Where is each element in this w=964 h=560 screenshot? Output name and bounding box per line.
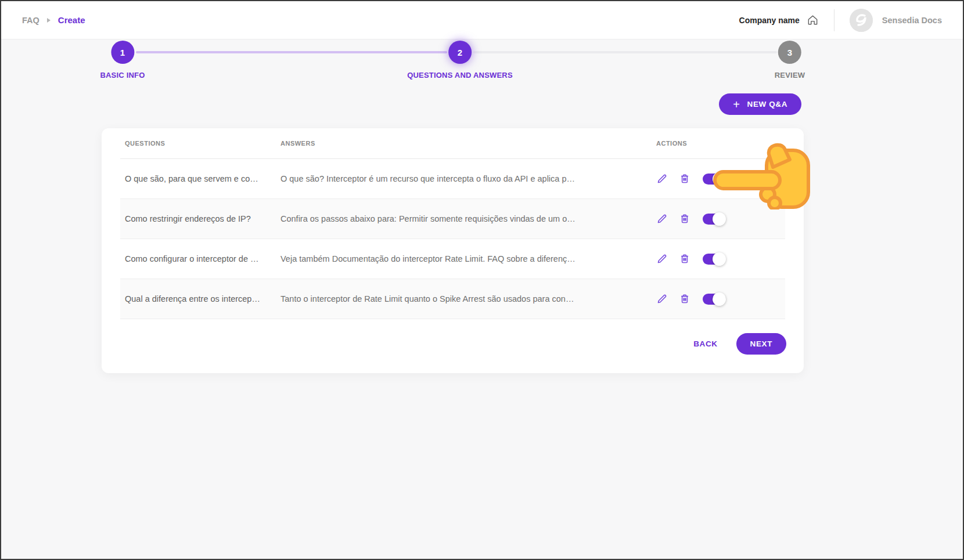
- plus-icon: +: [733, 99, 740, 110]
- app-window: FAQ Create Company name Sensedia Docs 1: [0, 0, 964, 560]
- chevron-right-icon: [46, 17, 51, 23]
- actions-cell: [652, 173, 785, 185]
- question-cell: Como configurar o interceptor de …: [120, 254, 276, 263]
- column-header-answers: ANSWERS: [276, 140, 652, 147]
- edit-icon[interactable]: [656, 293, 668, 305]
- breadcrumb-item-create: Create: [58, 15, 85, 25]
- table-header-row: QUESTIONS ANSWERS ACTIONS: [120, 128, 785, 159]
- step-review[interactable]: 3 REVIEW: [775, 41, 805, 80]
- actions-cell: [652, 293, 785, 305]
- step-label-3: REVIEW: [775, 71, 805, 80]
- header-divider: [834, 9, 834, 31]
- qa-card: QUESTIONS ANSWERS ACTIONS O que são, par…: [102, 128, 804, 373]
- breadcrumb: FAQ Create: [22, 15, 85, 25]
- step-circle-1[interactable]: 1: [111, 41, 134, 64]
- table-row: O que são, para que servem e co… O que s…: [120, 159, 785, 199]
- answer-cell: Confira os passos abaixo para: Permitir …: [276, 214, 652, 223]
- edit-icon[interactable]: [656, 213, 668, 225]
- enabled-toggle[interactable]: [703, 254, 724, 265]
- enabled-toggle[interactable]: [703, 174, 724, 185]
- qa-table: QUESTIONS ANSWERS ACTIONS O que são, par…: [120, 128, 785, 319]
- company-name-label: Company name: [739, 16, 800, 25]
- back-button[interactable]: BACK: [693, 339, 717, 348]
- home-icon[interactable]: [807, 14, 819, 26]
- top-bar: FAQ Create Company name Sensedia Docs: [1, 1, 963, 39]
- new-qa-label: NEW Q&A: [747, 100, 787, 109]
- sensedia-logo-icon: [850, 9, 873, 32]
- top-bar-right: Company name Sensedia Docs: [739, 9, 942, 32]
- stepper-connector-1-2: [136, 51, 447, 53]
- actions-cell: [652, 253, 785, 265]
- question-cell: Qual a diferença entre os intercep…: [120, 294, 276, 304]
- column-header-questions: QUESTIONS: [120, 140, 276, 147]
- step-label-1: BASIC INFO: [100, 71, 145, 80]
- stepper-connector-2-3: [473, 51, 777, 53]
- table-row: Como restringir endereços de IP? Confira…: [120, 199, 785, 239]
- stepper: 1 BASIC INFO 2 QUESTIONS AND ANSWERS 3 R…: [1, 41, 963, 82]
- edit-icon[interactable]: [656, 253, 668, 265]
- trash-icon[interactable]: [679, 173, 690, 185]
- table-row: Como configurar o interceptor de … Veja …: [120, 239, 785, 279]
- question-cell: O que são, para que servem e co…: [120, 174, 276, 183]
- trash-icon[interactable]: [679, 253, 690, 265]
- trash-icon[interactable]: [679, 213, 690, 225]
- edit-icon[interactable]: [656, 173, 668, 185]
- answer-cell: Veja também Documentação do interceptor …: [276, 254, 652, 263]
- step-label-2: QUESTIONS AND ANSWERS: [407, 71, 513, 80]
- table-row: Qual a diferença entre os intercep… Tant…: [120, 279, 785, 319]
- step-circle-2[interactable]: 2: [448, 41, 472, 64]
- step-circle-3[interactable]: 3: [778, 41, 801, 64]
- question-cell: Como restringir endereços de IP?: [120, 214, 276, 223]
- enabled-toggle[interactable]: [703, 214, 724, 225]
- breadcrumb-item-faq[interactable]: FAQ: [22, 16, 39, 25]
- next-button[interactable]: NEXT: [736, 333, 786, 355]
- actions-cell: [652, 213, 785, 225]
- answer-cell: Tanto o interceptor de Rate Limit quanto…: [276, 294, 652, 304]
- card-footer: BACK NEXT: [693, 333, 786, 355]
- step-questions-and-answers[interactable]: 2 QUESTIONS AND ANSWERS: [407, 41, 513, 80]
- step-basic-info[interactable]: 1 BASIC INFO: [100, 41, 145, 80]
- column-header-actions: ACTIONS: [652, 140, 785, 147]
- answer-cell: O que são? Interceptor é um recurso que …: [276, 174, 652, 183]
- enabled-toggle[interactable]: [703, 294, 724, 305]
- brand-name-label: Sensedia Docs: [882, 16, 942, 25]
- brand-logo: [850, 9, 873, 32]
- new-qa-button[interactable]: + NEW Q&A: [719, 93, 801, 115]
- trash-icon[interactable]: [679, 293, 690, 305]
